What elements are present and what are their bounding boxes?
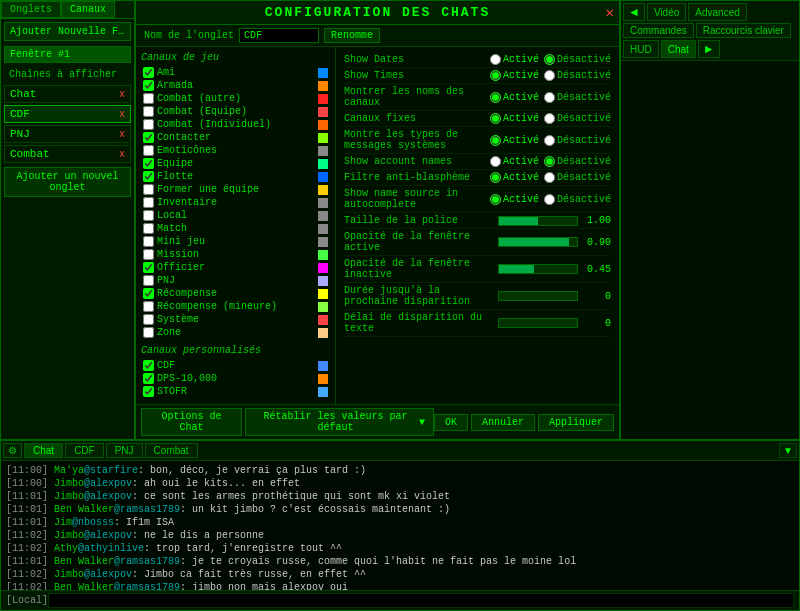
channel-combat-equipe-check[interactable] <box>143 106 154 117</box>
noms-canaux-active-option: Activé <box>490 92 539 103</box>
add-window-button[interactable]: Ajouter Nouvelle Fenê... <box>4 22 131 41</box>
channel-armada-check[interactable] <box>143 80 154 91</box>
filtre-active-radio[interactable] <box>490 172 501 183</box>
show-dates-desactive-radio[interactable] <box>544 54 555 65</box>
chat-line: [11:01] Ben Walker@ramsas1789: un kit ji… <box>6 503 794 516</box>
channel-recompense-mineure-color <box>318 302 328 312</box>
channel-dps-check[interactable] <box>143 373 154 384</box>
channel-recompense-mineure-check[interactable] <box>143 301 154 312</box>
channel-ami-check[interactable] <box>143 67 154 78</box>
tab-advanced[interactable]: Advanced <box>688 3 746 21</box>
channel-inventaire-check[interactable] <box>143 197 154 208</box>
duree-disparition-value: 0 <box>581 291 611 302</box>
ok-button[interactable]: OK <box>434 414 468 431</box>
account-names-desactive-radio[interactable] <box>544 156 555 167</box>
types-messages-active-radio[interactable] <box>490 135 501 146</box>
channel-combat[interactable]: Combat x <box>4 145 131 163</box>
channel-pnj2-check[interactable] <box>143 275 154 286</box>
chat-line: [11:01] Jimbo@alexpov: ce sont les armes… <box>6 490 794 503</box>
bottom-tab-pnj[interactable]: PNJ <box>106 443 143 458</box>
types-messages-active-label: Activé <box>503 135 539 146</box>
channel-recompense-label: Récompense <box>157 288 217 299</box>
delai-disparition-value: 0 <box>581 318 611 329</box>
tab-raccourcis[interactable]: Raccourcis clavier <box>696 23 791 38</box>
channel-match-check[interactable] <box>143 223 154 234</box>
appliquer-button[interactable]: Appliquer <box>538 414 614 431</box>
show-dates-active-radio[interactable] <box>490 54 501 65</box>
tab-hud[interactable]: HUD <box>623 40 659 58</box>
channel-cdf[interactable]: CDF x <box>4 105 131 123</box>
nav-arrow-right[interactable]: ► <box>698 40 720 58</box>
autocomplete-desactive-radio[interactable] <box>544 194 555 205</box>
renommer-button[interactable]: Renomme <box>324 28 380 43</box>
canaux-fixes-desactive-radio[interactable] <box>544 113 555 124</box>
setting-autocomplete-label: Show name source in autocomplete <box>344 188 490 210</box>
collapse-button[interactable]: ▼ <box>779 443 797 458</box>
channel-contacter-check[interactable] <box>143 132 154 143</box>
bottom-tab-chat[interactable]: Chat <box>24 443 63 458</box>
tab-onglets[interactable]: Onglets <box>1 1 61 18</box>
channel-zone-check[interactable] <box>143 327 154 338</box>
channel-former-check[interactable] <box>143 184 154 195</box>
show-times-active-label: Activé <box>503 70 539 81</box>
nav-arrow-left[interactable]: ◄ <box>623 3 645 21</box>
tab-canaux[interactable]: Canaux <box>61 1 115 18</box>
delai-disparition-slider[interactable] <box>498 318 578 328</box>
channel-local-check[interactable] <box>143 210 154 221</box>
channel-combat-autre-check[interactable] <box>143 93 154 104</box>
channel-combat-ind-check[interactable] <box>143 119 154 130</box>
nom-onglet-label: Nom de l'onglet <box>144 30 234 41</box>
setting-delai-disparition-label: Délai de disparition du texte <box>344 312 498 334</box>
channel-emoticones: Emoticônes <box>141 144 330 157</box>
channel-pnj-close[interactable]: x <box>119 129 125 140</box>
font-size-slider[interactable] <box>498 216 578 226</box>
channel-stofr-check[interactable] <box>143 386 154 397</box>
bottom-tab-settings[interactable]: ⚙ <box>3 443 22 458</box>
annuler-button[interactable]: Annuler <box>471 414 535 431</box>
channel-cdf-close[interactable]: x <box>119 109 125 120</box>
channel-chat-close[interactable]: x <box>119 89 125 100</box>
channel-pnj[interactable]: PNJ x <box>4 125 131 143</box>
tab-chat[interactable]: Chat <box>661 40 696 58</box>
channel-combat-autre-label: Combat (autre) <box>157 93 241 104</box>
canaux-fixes-active-radio[interactable] <box>490 113 501 124</box>
autocomplete-active-radio[interactable] <box>490 194 501 205</box>
options-chat-button[interactable]: Options de Chat <box>141 408 242 436</box>
noms-canaux-active-radio[interactable] <box>490 92 501 103</box>
channel-recompense-check[interactable] <box>143 288 154 299</box>
chat-line: [11:02] Jimbo@alexpov: ne le dis a perso… <box>6 529 794 542</box>
channel-chat[interactable]: Chat x <box>4 85 131 103</box>
bottom-tab-combat[interactable]: Combat <box>145 443 198 458</box>
types-messages-desactive-radio[interactable] <box>544 135 555 146</box>
opacity-active-slider[interactable] <box>498 237 578 247</box>
channel-cdf-custom-check[interactable] <box>143 360 154 371</box>
channel-cdf-custom: CDF <box>141 359 330 372</box>
channel-officier-check[interactable] <box>143 262 154 273</box>
add-onglet-button[interactable]: Ajouter un nouvel onglet <box>4 167 131 197</box>
show-dates-desactive-option: Désactivé <box>544 54 611 65</box>
chat-input[interactable] <box>48 593 794 608</box>
channel-mini-jeu-check[interactable] <box>143 236 154 247</box>
channel-flotte-check[interactable] <box>143 171 154 182</box>
close-main-icon[interactable]: ✕ <box>606 4 614 21</box>
show-times-active-radio[interactable] <box>490 70 501 81</box>
channel-mission-check[interactable] <box>143 249 154 260</box>
tab-commandes[interactable]: Commandes <box>623 23 694 38</box>
channel-match-label: Match <box>157 223 187 234</box>
show-times-desactive-radio[interactable] <box>544 70 555 81</box>
channel-systeme-check[interactable] <box>143 314 154 325</box>
duree-disparition-slider[interactable] <box>498 291 578 301</box>
footer-right: OK Annuler Appliquer <box>434 414 614 431</box>
tab-video[interactable]: Vidéo <box>647 3 686 21</box>
channel-equipe-check[interactable] <box>143 158 154 169</box>
opacity-inactive-slider[interactable] <box>498 264 578 274</box>
filtre-desactive-radio[interactable] <box>544 172 555 183</box>
noms-canaux-desactive-radio[interactable] <box>544 92 555 103</box>
reset-button[interactable]: Rétablir les valeurs par défaut ▼ <box>245 408 434 436</box>
nom-onglet-input[interactable] <box>239 28 319 43</box>
account-names-active-radio[interactable] <box>490 156 501 167</box>
bottom-tab-cdf[interactable]: CDF <box>65 443 104 458</box>
channel-mini-jeu-color <box>318 237 328 247</box>
channel-combat-close[interactable]: x <box>119 149 125 160</box>
channel-emoticones-check[interactable] <box>143 145 154 156</box>
